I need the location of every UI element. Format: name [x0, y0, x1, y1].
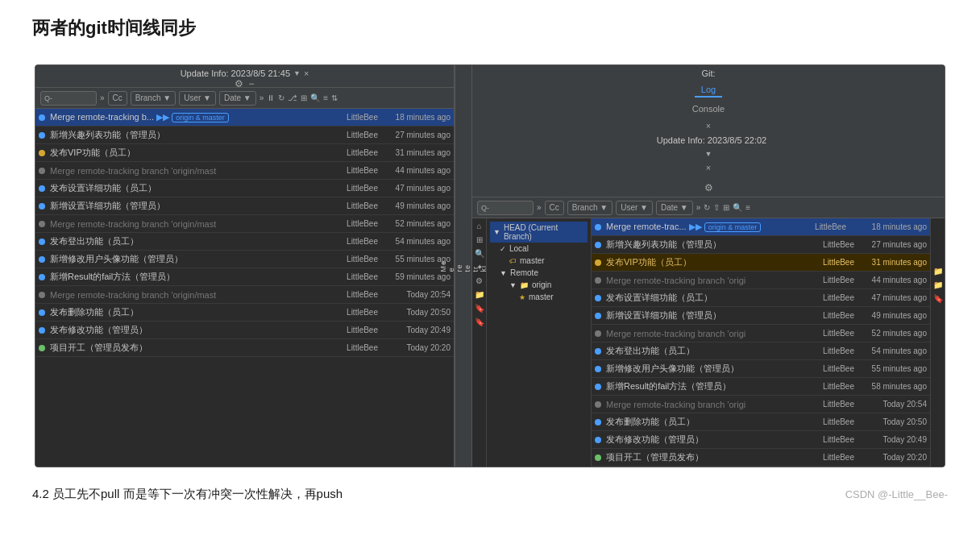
left-branch-btn[interactable]: Branch ▼ [131, 91, 176, 106]
right-push-icon[interactable]: ⇧ [713, 203, 720, 212]
commit-author: LittleBee [322, 131, 378, 139]
table-row[interactable]: 发布VIP功能（员工） LittleBee 31 minutes ago [35, 144, 454, 162]
table-row[interactable]: 新增兴趣列表功能（管理员） LittleBee 27 minutes ago [35, 127, 454, 144]
left-title-close[interactable]: × [304, 68, 309, 78]
left-pause-icon[interactable]: ⏸ [267, 93, 275, 102]
structure-icon-6[interactable]: 📁 [475, 290, 484, 299]
left-titlebar: Update Info: 2023/8/5 21:45 ▼ × ⚙ − [35, 65, 455, 88]
left-list-icon[interactable]: ≡ [323, 93, 328, 102]
tree-item-master-remote[interactable]: ★ master [490, 291, 588, 303]
table-row[interactable]: 新增修改用户头像功能（管理员） LittleBee 55 minutes ago [592, 360, 930, 378]
page-wrapper: 两者的git时间线同步 Update Info: 2023/8/5 21:45 … [0, 0, 980, 552]
structure-icon-1[interactable]: ⌂ [476, 222, 481, 230]
commit-msg: Merge remote-tracking b... ▶▶ origin & m… [50, 112, 322, 122]
table-row[interactable]: 发布VIP功能（员工） LittleBee 31 minutes ago [592, 254, 930, 272]
table-row[interactable]: 新增兴趣列表功能（管理员） LittleBee 27 minutes ago [592, 236, 930, 254]
left-user-btn[interactable]: User ▼ [179, 91, 216, 106]
right-refresh-icon[interactable]: ↻ [704, 203, 710, 212]
structure-icon-7[interactable]: 🔖 [475, 304, 484, 313]
commit-dot [39, 132, 45, 139]
commit-time: 44 minutes ago [378, 166, 451, 175]
structure-icon-3[interactable]: 🔍 [475, 249, 484, 258]
table-row[interactable]: 发布设置详细功能（员工） LittleBee 47 minutes ago [592, 289, 930, 307]
table-row[interactable]: 新增修改用户头像功能（管理员） LittleBee 55 minutes ago [35, 251, 454, 268]
right-branch-btn[interactable]: Branch ▼ [567, 201, 612, 215]
tree-item-head[interactable]: ▼ HEAD (Current Branch) [490, 222, 588, 243]
table-row[interactable]: Merge remote-tracking branch 'origi Litt… [592, 396, 930, 413]
structure-icon-8[interactable]: 🔖 [475, 318, 484, 326]
structure-icon-2[interactable]: ⊞ [476, 235, 483, 244]
table-row[interactable]: 项目开工（管理员发布） LittleBee Today 20:20 [592, 449, 930, 467]
left-date-btn[interactable]: Date ▼ [219, 91, 256, 106]
table-row[interactable]: 发布删除功能（员工） LittleBee Today 20:50 [35, 304, 454, 322]
right-user-btn[interactable]: User ▼ [616, 201, 653, 215]
commit-author: LittleBee [322, 184, 378, 193]
right-settings-icon[interactable]: ⚙ [704, 182, 713, 193]
table-row[interactable]: 发布登出功能（员工） LittleBee 54 minutes ago [35, 233, 454, 251]
csdn-badge: CSDN @-Little__Bee- [845, 488, 948, 500]
local-label: Local [509, 244, 529, 253]
table-row[interactable]: 发布设置详细功能（员工） LittleBee 47 minutes ago [35, 180, 454, 197]
table-row[interactable]: Merge remote-tracking branch 'origin/mas… [35, 162, 454, 180]
table-row[interactable]: Merge remote-tracking branch 'origi Litt… [592, 272, 930, 289]
table-row[interactable]: Merge remote-tracking branch 'origin/mas… [35, 286, 454, 304]
left-cc-btn[interactable]: Cc [108, 91, 127, 106]
commit-author: LittleBee [798, 400, 854, 409]
left-refresh-icon[interactable]: ↻ [278, 93, 284, 102]
left-search-box[interactable]: Q- [40, 91, 97, 106]
commit-author: LittleBee [322, 219, 378, 228]
local-chevron: ✓ [500, 245, 506, 253]
bookmark-icon-3[interactable]: 🔖 [933, 294, 943, 303]
commit-time: Today 20:20 [854, 453, 927, 462]
bookmark-icon-1[interactable]: 📁 [933, 267, 943, 276]
right-list-icon[interactable]: ≡ [745, 203, 750, 212]
commit-msg: 新增修改用户头像功能（管理员） [606, 363, 798, 375]
commit-msg: 项目开工（管理员发布） [606, 451, 798, 463]
table-row[interactable]: Merge remote-tracking branch 'origin/mas… [35, 215, 454, 233]
tree-item-remote[interactable]: ▼ Remote [490, 267, 588, 279]
left-merge-icon[interactable]: ⎇ [288, 93, 297, 102]
left-toolbar-sep2: » [260, 93, 264, 102]
right-date-btn[interactable]: Date ▼ [656, 201, 693, 215]
commit-dot [39, 203, 45, 210]
commit-msg: 发布删除功能（员工） [606, 416, 798, 428]
table-row[interactable]: 项目开工（管理员发布） LittleBee Today 20:20 [35, 339, 454, 357]
commit-dot [39, 221, 45, 227]
table-row[interactable]: 发布修改功能（管理员） LittleBee Today 20:49 [35, 322, 454, 339]
table-row[interactable]: 新增Result的fail方法（管理员） LittleBee 58 minute… [592, 378, 930, 396]
commit-msg: 发布登出功能（员工） [606, 345, 798, 357]
right-grid-icon[interactable]: ⊞ [723, 203, 729, 212]
table-row[interactable]: 发布删除功能（员工） LittleBee Today 20:50 [592, 413, 930, 431]
bookmark-icon-2[interactable]: 📁 [933, 280, 943, 289]
left-filter-icon[interactable]: ⇅ [331, 93, 338, 102]
tab-log[interactable]: Log [695, 83, 722, 98]
left-search2-icon[interactable]: 🔍 [310, 93, 320, 102]
tab-console[interactable]: Console [686, 102, 731, 117]
table-row[interactable]: Merge remote-trac... ▶▶ origin & master … [592, 218, 930, 236]
right-title-close2[interactable]: × [706, 163, 711, 172]
tree-item-master-local[interactable]: 🏷 master [490, 255, 588, 267]
tree-item-local[interactable]: ✓ Local [490, 243, 588, 255]
commit-time: 27 minutes ago [854, 240, 927, 249]
right-cc-btn[interactable]: Cc [545, 201, 564, 215]
footer-main-text: 4.2 员工先不pull 而是等下一次有冲突一次性解决，再push [32, 487, 343, 502]
right-search-box[interactable]: Q- [477, 201, 534, 215]
commit-author: LittleBee [322, 308, 378, 317]
right-title-close[interactable]: × [706, 122, 711, 131]
right-search3-icon[interactable]: 🔍 [733, 203, 742, 212]
table-row[interactable]: 新增Result的fail方法（管理员） LittleBee 59 minute… [35, 268, 454, 286]
left-title-left: Update Info: 2023/8/5 21:45 ▼ × [181, 68, 309, 78]
table-row[interactable]: 新增设置详细功能（管理员） LittleBee 49 minutes ago [592, 307, 930, 325]
tree-item-origin[interactable]: ▼ 📁 origin [490, 279, 588, 291]
left-grid-icon[interactable]: ⊞ [301, 93, 307, 102]
table-row[interactable]: 发布登出功能（员工） LittleBee 54 minutes ago [592, 342, 930, 360]
commit-author: LittleBee [322, 255, 378, 264]
commit-time: 47 minutes ago [854, 293, 927, 302]
table-row[interactable]: 发布修改功能（管理员） LittleBee Today 20:49 [592, 431, 930, 449]
table-row[interactable]: Merge remote-tracking b... ▶▶ origin & m… [35, 109, 454, 127]
table-row[interactable]: Merge remote-tracking branch 'origi Litt… [592, 325, 930, 342]
vertical-labels-strip: Meeretetrki [455, 65, 472, 467]
structure-icon-5[interactable]: ⚙ [475, 276, 483, 285]
table-row[interactable]: 新增设置详细功能（管理员） LittleBee 49 minutes ago [35, 197, 454, 215]
master-remote-label: master [529, 293, 554, 301]
